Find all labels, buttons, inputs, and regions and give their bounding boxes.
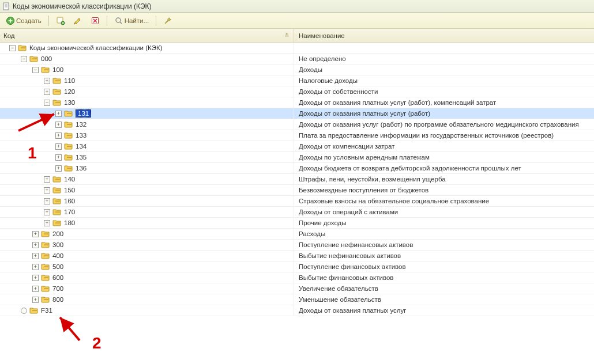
svg-rect-30 [32, 310, 37, 311]
folder-icon [18, 44, 27, 51]
expand-toggle[interactable]: − [32, 67, 39, 73]
expand-toggle[interactable]: + [55, 154, 62, 161]
tree-code: 110 [64, 77, 75, 84]
tree-grid[interactable]: −Коды экономической классификации (КЭК)−… [0, 43, 594, 316]
tree-code: 700 [52, 285, 63, 292]
expand-toggle[interactable]: + [55, 122, 62, 128]
folder-icon [52, 198, 62, 204]
tree-name: Доходы от оказания платных услуг [299, 307, 406, 314]
folder-icon [41, 241, 50, 248]
tree-row[interactable]: +180Прочие доходы [0, 218, 594, 229]
expand-toggle[interactable]: + [32, 253, 39, 259]
expand-toggle[interactable]: + [44, 209, 50, 215]
svg-rect-18 [55, 179, 60, 180]
tree-row[interactable]: +132Доходы от оказания услуг (работ) по … [0, 119, 594, 130]
add-button[interactable] [54, 14, 67, 27]
tree-name: Увеличение обязательств [299, 285, 378, 292]
tree-row[interactable]: +300Поступление нефинансовых активов [0, 240, 594, 251]
tree-name: Поступление финансовых активов [299, 263, 406, 270]
expand-toggle[interactable]: + [44, 89, 50, 95]
expand-toggle[interactable]: + [44, 198, 50, 204]
tree-name: Страховые взносы на обязательное социаль… [299, 198, 489, 204]
tree-row[interactable]: +140Штрафы, пени, неустойки, возмещения … [0, 174, 594, 185]
expand-toggle[interactable]: + [55, 111, 62, 117]
expand-toggle[interactable]: + [32, 275, 39, 281]
tree-code: 131 [76, 109, 91, 117]
tree-code: 160 [64, 198, 75, 204]
tree-name: Безвозмездные поступления от бюджетов [299, 187, 428, 194]
wrench-icon [163, 16, 172, 25]
tree-row[interactable]: +133Плата за предоставление информации и… [0, 130, 594, 141]
tree-row[interactable]: +150Безвозмездные поступления от бюджето… [0, 185, 594, 196]
column-header-code[interactable]: Код ≛ [0, 29, 294, 42]
tree-row[interactable]: +200Расходы [0, 229, 594, 240]
folder-icon [52, 77, 62, 84]
toolbar-separator [156, 16, 156, 26]
tree-name: Доходы [299, 66, 322, 73]
svg-point-5 [116, 18, 121, 22]
tree-row[interactable]: +120Доходы от собственности [0, 86, 594, 97]
expand-toggle[interactable]: + [32, 242, 39, 248]
tree-name: Уменьшение обязательств [299, 296, 381, 303]
expand-toggle[interactable]: − [9, 45, 16, 51]
tree-row[interactable]: +400Выбытие нефинансовых активов [0, 251, 594, 261]
expand-toggle[interactable] [21, 308, 27, 314]
tree-row[interactable]: +170Доходы от операций с активами [0, 207, 594, 218]
folder-icon [64, 121, 73, 128]
column-header-name[interactable]: Наименование [294, 29, 594, 42]
tree-code: 134 [76, 143, 87, 150]
tree-row[interactable]: −130Доходы от оказания платных услуг (ра… [0, 97, 594, 108]
tree-row[interactable]: F31Доходы от оказания платных услуг [0, 305, 594, 316]
expand-toggle[interactable]: − [44, 100, 50, 106]
tree-row[interactable]: +800Уменьшение обязательств [0, 294, 594, 305]
tree-code: 130 [64, 99, 75, 106]
folder-icon [41, 274, 50, 281]
settings-button[interactable] [161, 14, 175, 27]
tree-row[interactable]: +110Налоговые доходы [0, 75, 594, 86]
toolbar-separator [107, 16, 107, 26]
svg-rect-29 [44, 299, 48, 300]
delete-button[interactable] [88, 14, 102, 27]
expand-toggle[interactable]: + [32, 231, 39, 237]
tree-row[interactable]: +700Увеличение обязательств [0, 283, 594, 294]
svg-rect-11 [55, 103, 60, 103]
expand-toggle[interactable]: + [55, 165, 62, 172]
tree-name: Плата за предоставление информации из го… [299, 132, 554, 139]
expand-toggle[interactable]: + [44, 187, 50, 194]
tree-code: 600 [52, 274, 63, 281]
tree-row[interactable]: +135Доходы по условным арендным платежам [0, 152, 594, 163]
svg-rect-6 [21, 48, 25, 48]
tree-row[interactable]: +131Доходы от оказания платных услуг (ра… [0, 108, 594, 119]
expand-toggle[interactable]: + [55, 132, 62, 139]
tree-row[interactable]: +136Доходы бюджета от возврата дебиторск… [0, 163, 594, 174]
tree-name: Доходы от собственности [299, 88, 378, 95]
tree-row[interactable]: +160Страховые взносы на обязательное соц… [0, 196, 594, 207]
create-button[interactable]: Создать [3, 14, 44, 27]
tree-code: 133 [76, 132, 87, 139]
expand-toggle[interactable]: + [44, 78, 50, 84]
folder-icon [64, 143, 73, 150]
expand-toggle[interactable]: + [55, 143, 62, 150]
svg-rect-16 [67, 157, 72, 158]
expand-toggle[interactable]: + [32, 286, 39, 292]
expand-toggle[interactable]: + [44, 176, 50, 183]
expand-toggle[interactable]: + [32, 297, 39, 303]
delete-x-icon [91, 16, 100, 25]
folder-icon [52, 187, 62, 194]
folder-icon [41, 296, 50, 303]
expand-toggle[interactable]: − [21, 56, 27, 62]
folder-icon [41, 66, 50, 73]
tree-row[interactable]: +500Поступление финансовых активов [0, 261, 594, 272]
tree-row[interactable]: −000Не определено [0, 54, 594, 65]
edit-button[interactable] [71, 14, 85, 27]
expand-toggle[interactable]: + [44, 220, 50, 226]
expand-toggle[interactable]: + [32, 264, 39, 270]
tree-row[interactable]: −100Доходы [0, 65, 594, 75]
tree-row[interactable]: +134Доходы от компенсации затрат [0, 141, 594, 152]
tree-row[interactable]: −Коды экономической классификации (КЭК) [0, 43, 594, 54]
find-label: Найти... [125, 17, 149, 24]
tree-code: 136 [76, 165, 87, 172]
tree-name: Расходы [299, 230, 325, 237]
find-button[interactable]: Найти... [112, 14, 151, 27]
tree-row[interactable]: +600Выбытие финансовых активов [0, 272, 594, 283]
